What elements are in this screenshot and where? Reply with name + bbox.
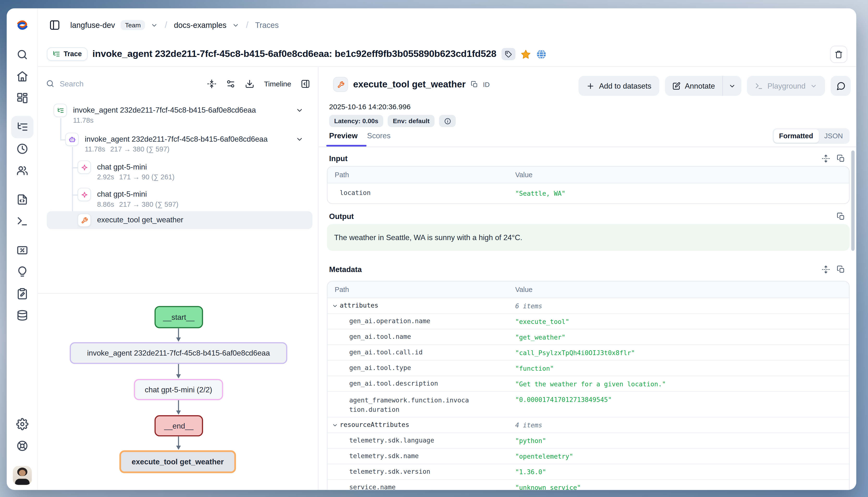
generation-icon [78, 161, 91, 174]
annotate-button[interactable]: Annotate [665, 76, 722, 96]
span-tokens: 217 → 380 (∑ 597) [110, 145, 170, 153]
chevron-down-icon[interactable] [295, 136, 303, 143]
sessions-icon[interactable] [16, 143, 28, 155]
copy-id-icon[interactable] [471, 81, 478, 88]
annotation-icon[interactable] [16, 288, 28, 300]
datasets-icon[interactable] [16, 309, 28, 322]
graph-edge [175, 437, 182, 451]
settings-icon[interactable] [16, 418, 28, 430]
breadcrumb-section[interactable]: Traces [255, 20, 279, 30]
graph-node-end[interactable]: __end__ [154, 415, 203, 436]
delete-trace-button[interactable] [830, 45, 847, 63]
download-icon[interactable] [245, 79, 254, 88]
comments-button[interactable] [830, 76, 851, 96]
trace-type-badge: Trace [47, 47, 87, 61]
users-icon[interactable] [16, 165, 28, 177]
home-icon[interactable] [16, 70, 28, 82]
tab-scores[interactable]: Scores [367, 131, 391, 145]
table-row: telemetry.sdk.version "1.36.0" [328, 464, 849, 480]
span-tokens: 171 → 90 (∑ 261) [119, 173, 175, 181]
user-avatar[interactable] [13, 466, 32, 485]
table-row: agent_framework.function.invocation.dura… [328, 392, 849, 417]
meta-path: gen_ai.tool.type [328, 363, 515, 373]
table-row: telemetry.sdk.name "opentelemetry" [328, 449, 849, 464]
breadcrumb-project[interactable]: docs-examples [174, 20, 226, 30]
tree-row-agent[interactable]: invoke_agent 232de211-7fcf-45c8-b415-6af… [47, 132, 313, 157]
scrollbar[interactable] [851, 151, 855, 251]
span-duration: 8.86s [97, 201, 114, 209]
env-badge: Env: default [388, 115, 435, 127]
tree-row-tool-selected[interactable]: execute_tool get_weather [47, 211, 313, 229]
tree-settings-icon[interactable] [226, 79, 235, 88]
trace-badge-label: Trace [64, 50, 82, 58]
tree-search[interactable] [46, 79, 197, 88]
copy-icon[interactable] [837, 265, 845, 274]
span-duration: 2.92s [97, 173, 114, 181]
chevron-down-icon[interactable] [295, 106, 303, 114]
graph-node-tool[interactable]: execute_tool get_weather [120, 451, 236, 473]
copy-icon[interactable] [837, 212, 845, 221]
prompts-icon[interactable] [16, 193, 28, 205]
annotate-dropdown-button[interactable] [723, 76, 741, 96]
meta-value: "function" [515, 364, 849, 372]
graph-node-chat[interactable]: chat gpt-5-mini (2/2) [134, 379, 223, 400]
format-json[interactable]: JSON [819, 129, 849, 143]
observation-timestamp: 2025-10-16 14:20:36.996 [329, 102, 411, 111]
latency-badge: Latency: 0.00s [329, 115, 384, 127]
graph-node-agent[interactable]: invoke_agent 232de211-7fcf-45c8-b415-6af… [70, 342, 287, 364]
breadcrumb-org[interactable]: langfuse-dev [70, 20, 115, 30]
format-formatted[interactable]: Formatted [774, 129, 819, 143]
meta-path: gen_ai.tool.call.id [328, 347, 515, 357]
tab-preview[interactable]: Preview [329, 131, 358, 145]
meta-path: agent_framework.function.invocation.dura… [328, 392, 471, 415]
meta-value: "unknown_service" [515, 484, 849, 490]
tree-row-generation[interactable]: chat gpt-5-mini 2.92s171 → 90 (∑ 261) [47, 161, 313, 185]
table-row: telemetry.sdk.language "python" [328, 433, 849, 449]
expand-section-icon[interactable] [822, 265, 830, 274]
node-label: invoke_agent 232de211-7fcf-45c8-b415-6af… [87, 349, 270, 357]
tracing-icon[interactable] [16, 121, 28, 133]
timeline-toggle[interactable]: Timeline [264, 80, 291, 88]
chevron-down-icon[interactable] [232, 22, 239, 29]
chat-bubble-icon [836, 81, 845, 90]
span-tokens: 217 → 380 (∑ 597) [119, 201, 179, 209]
tree-row-generation[interactable]: chat gpt-5-mini 8.86s217 → 380 (∑ 597) [47, 188, 313, 212]
star-icon[interactable] [520, 49, 531, 59]
table-row-group[interactable]: attributes 6 items [328, 298, 849, 314]
meta-value: "execute_tool" [515, 317, 849, 325]
id-label: ID [483, 81, 490, 88]
dashboards-icon[interactable] [16, 92, 28, 104]
table-row-group[interactable]: resourceAttributes 4 items [328, 417, 849, 433]
tool-icon [333, 77, 348, 92]
table-row: location "Seattle, WA" [328, 183, 849, 203]
breadcrumb-separator: / [245, 20, 250, 30]
meta-value: 4 items [515, 421, 849, 429]
collapse-all-icon[interactable] [207, 79, 217, 88]
insights-icon[interactable] [16, 266, 28, 278]
add-to-datasets-button[interactable]: Add to datasets [578, 76, 659, 96]
support-icon[interactable] [16, 440, 28, 452]
expand-section-icon[interactable] [822, 154, 830, 163]
agent-graph: __start__ invoke_agent 232de211-7fcf-45c… [38, 294, 317, 490]
evaluation-icon[interactable] [16, 244, 28, 256]
search-icon[interactable] [16, 48, 28, 61]
playground-button[interactable]: Playground [747, 76, 825, 96]
tag-icon[interactable] [501, 48, 515, 60]
search-input[interactable] [59, 80, 132, 88]
table-row: service.name "unknown_service" [328, 480, 849, 490]
info-icon[interactable] [439, 115, 456, 127]
graph-node-start[interactable]: __start__ [154, 306, 203, 328]
meta-value: "get_weather" [515, 333, 849, 341]
copy-icon[interactable] [837, 154, 845, 163]
playground-icon[interactable] [16, 215, 28, 227]
langfuse-logo [16, 19, 28, 31]
sidebar-toggle-icon[interactable] [49, 19, 60, 30]
add-to-datasets-label: Add to datasets [599, 82, 651, 90]
collapse-panel-icon[interactable] [301, 79, 310, 88]
tree-row-trace[interactable]: invoke_agent 232de211-7fcf-45c8-b415-6af… [47, 104, 313, 128]
chevron-down-icon[interactable] [151, 22, 158, 29]
input-table: Path Value location "Seattle, WA" [327, 166, 850, 204]
graph-edge [175, 328, 182, 342]
meta-path: telemetry.sdk.version [328, 467, 515, 477]
globe-icon[interactable] [536, 49, 547, 59]
